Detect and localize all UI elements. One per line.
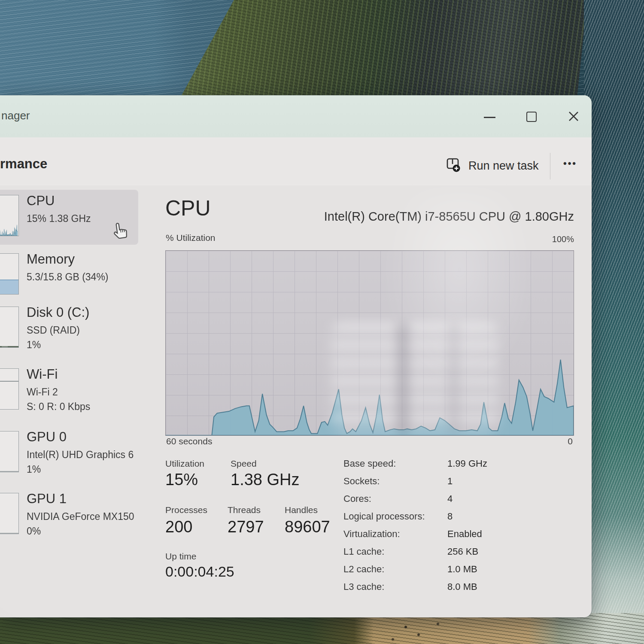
- page-title: CPU: [165, 196, 211, 221]
- desktop-photo: nager rmance Run new task •••: [0, 0, 644, 644]
- stat-uptime-label: Up time: [165, 551, 196, 562]
- wallpaper-beach-bottom: [0, 613, 644, 644]
- memory-fill-bar: [0, 279, 18, 294]
- more-options-icon[interactable]: •••: [557, 158, 583, 169]
- detail-row: L3 cache:8.0 MB: [343, 582, 584, 592]
- detail-label: Sockets:: [343, 476, 447, 486]
- detail-value: 4: [447, 494, 453, 504]
- sidebar-sub2: 0%: [27, 526, 41, 537]
- stat-handles-label: Handles: [285, 505, 318, 515]
- sidebar-sub: Intel(R) UHD Graphics 6: [27, 449, 134, 461]
- detail-label: L3 cache:: [343, 582, 447, 592]
- cpu-utilization-chart: [165, 250, 574, 436]
- wifi-graph-line: [0, 381, 18, 382]
- sidebar-item-wifi[interactable]: Wi-Fi Wi-Fi 2 S: 0 R: 0 Kbps: [0, 366, 146, 422]
- stat-speed-value: 1.38 GHz: [231, 471, 300, 489]
- wallpaper-cliff: [167, 0, 587, 100]
- gpu-activity-line: [0, 471, 18, 472]
- detail-label: L1 cache:: [343, 547, 447, 557]
- sidebar-item-memory[interactable]: Memory 5.3/15.8 GB (34%): [0, 251, 146, 307]
- sidebar-sub: Wi-Fi 2: [27, 386, 58, 398]
- beach-texture: [0, 613, 644, 644]
- sidebar-label: GPU 1: [27, 491, 67, 507]
- detail-label: Logical processors:: [343, 511, 447, 522]
- foam-texture: [584, 0, 644, 644]
- disk-activity-line: [0, 346, 18, 347]
- sidebar-label: Memory: [27, 252, 75, 267]
- stat-handles-value: 89607: [285, 518, 330, 536]
- sidebar-sub: 5.3/15.8 GB (34%): [27, 271, 109, 283]
- detail-row: Cores:4: [343, 494, 584, 504]
- chart-ymax-label: 100%: [531, 234, 574, 244]
- window-light-reflection: [331, 323, 498, 434]
- detail-label: Virtualization:: [343, 529, 447, 539]
- sidebar-item-gpu0[interactable]: GPU 0 Intel(R) UHD Graphics 6 1%: [0, 428, 146, 484]
- detail-row: L1 cache:256 KB: [343, 547, 584, 557]
- stat-processes-value: 200: [165, 518, 192, 536]
- stat-speed-label: Speed: [231, 459, 257, 469]
- sidebar-item-disk[interactable]: Disk 0 (C:) SSD (RAID) 1%: [0, 304, 146, 360]
- stat-threads-value: 2797: [228, 518, 264, 536]
- run-new-task-button[interactable]: Run new task: [446, 155, 539, 176]
- stat-uptime-value: 0:00:04:25: [165, 563, 234, 580]
- stat-utilization-label: Utilization: [165, 459, 204, 469]
- detail-value: 8: [447, 511, 453, 522]
- gpu0-mini-chart: [0, 431, 19, 472]
- sidebar-label: Disk 0 (C:): [27, 305, 89, 320]
- detail-value: 1: [447, 476, 453, 486]
- chart-ylabel: % Utilization: [166, 233, 216, 243]
- stat-processes-label: Processes: [165, 505, 207, 515]
- cliff-texture: [167, 0, 587, 100]
- detail-value: 1.99 GHz: [447, 459, 487, 469]
- toolbar-divider: [550, 153, 550, 179]
- memory-mini-chart: [0, 253, 19, 295]
- detail-label: Base speed:: [343, 459, 447, 469]
- cpu-details-list: Base speed:1.99 GHz Sockets:1 Cores:4 Lo…: [343, 459, 584, 599]
- sidebar-sub2: S: 0 R: 0 Kbps: [27, 401, 90, 413]
- maximize-icon[interactable]: [526, 112, 537, 122]
- cpu-model-name: Intel(R) Core(TM) i7-8565U CPU @ 1.80GHz: [279, 210, 574, 224]
- chart-xlabel-left: 60 seconds: [166, 436, 212, 447]
- sidebar-sub2: 1%: [27, 464, 41, 475]
- minimize-button[interactable]: [477, 104, 502, 129]
- sidebar-item-cpu[interactable]: CPU 15% 1.38 GHz: [0, 192, 146, 248]
- sidebar-label: GPU 0: [27, 429, 67, 445]
- detail-row: Base speed:1.99 GHz: [343, 459, 584, 469]
- sidebar-item-gpu1[interactable]: GPU 1 NVIDIA GeForce MX150 0%: [0, 490, 146, 546]
- chart-xlabel-right: 0: [545, 436, 573, 447]
- wifi-mini-chart: [0, 368, 19, 410]
- window-title: nager: [1, 109, 30, 122]
- wallpaper-ocean-right: [584, 0, 644, 644]
- detail-row: L2 cache:1.0 MB: [343, 564, 584, 574]
- detail-label: Cores:: [343, 494, 447, 504]
- run-new-task-label: Run new task: [468, 159, 539, 173]
- sidebar-label: Wi-Fi: [27, 367, 58, 382]
- detail-row: Sockets:1: [343, 476, 584, 486]
- detail-value: 8.0 MB: [447, 582, 477, 592]
- cpu-mini-chart: [0, 195, 19, 236]
- detail-row: Logical processors:8: [343, 511, 584, 522]
- detail-value: 1.0 MB: [447, 564, 477, 574]
- sidebar-sub: 15% 1.38 GHz: [27, 213, 91, 225]
- performance-heading: rmance: [0, 156, 47, 172]
- close-icon[interactable]: [568, 111, 579, 122]
- sidebar-sub2: 1%: [27, 339, 41, 351]
- stat-threads-label: Threads: [228, 505, 261, 515]
- sidebar-label: CPU: [27, 193, 55, 209]
- detail-row: Virtualization:Enabled: [343, 529, 584, 539]
- gpu1-mini-chart: [0, 493, 19, 534]
- detail-value: 256 KB: [447, 547, 478, 557]
- sidebar-sub: SSD (RAID): [27, 325, 80, 336]
- task-manager-window: nager rmance Run new task •••: [0, 95, 592, 617]
- minimize-icon[interactable]: [484, 117, 495, 118]
- detail-label: L2 cache:: [343, 564, 447, 574]
- titlebar: [0, 95, 592, 137]
- sidebar-sub: NVIDIA GeForce MX150: [27, 511, 134, 522]
- stat-utilization-value: 15%: [165, 471, 198, 489]
- new-task-icon: [446, 157, 462, 175]
- detail-value: Enabled: [447, 529, 482, 539]
- disk-mini-chart: [0, 307, 19, 348]
- gpu-activity-line: [0, 533, 18, 534]
